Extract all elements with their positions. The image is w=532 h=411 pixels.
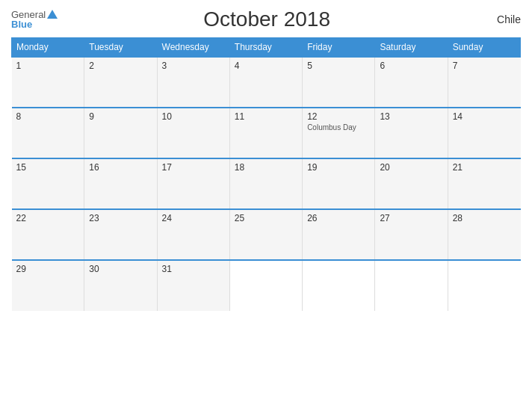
calendar-page: General Blue October 2018 Chile Monday T… (0, 0, 532, 411)
calendar-cell: 8 (12, 108, 84, 158)
calendar-cell: 3 (157, 57, 229, 108)
calendar-cell: 6 (375, 57, 448, 108)
logo: General Blue (11, 10, 58, 29)
logo-blue-text: Blue (11, 19, 58, 29)
day-number: 31 (162, 264, 225, 274)
calendar-cell: 4 (229, 57, 302, 108)
calendar-week-row: 1234567 (12, 57, 521, 108)
calendar-cell: 15 (12, 158, 84, 209)
calendar-cell: 10 (157, 108, 229, 158)
calendar-title: October 2018 (58, 7, 476, 31)
day-number: 19 (307, 162, 370, 173)
day-number: 13 (380, 111, 442, 122)
country-label: Chile (476, 13, 521, 25)
day-number: 21 (453, 162, 516, 173)
calendar-cell: 2 (84, 57, 157, 108)
header-saturday: Saturday (375, 38, 448, 58)
calendar-cell: 9 (84, 108, 157, 158)
calendar-cell: 1 (12, 57, 84, 108)
calendar-cell (303, 260, 375, 311)
day-number: 5 (307, 61, 370, 71)
day-number: 3 (162, 61, 225, 71)
calendar-header: General Blue October 2018 Chile (11, 7, 521, 31)
header-thursday: Thursday (229, 38, 302, 58)
day-number: 7 (453, 61, 516, 71)
calendar-week-row: 89101112Columbus Day1314 (12, 108, 521, 158)
day-number: 28 (453, 213, 516, 223)
calendar-cell: 28 (448, 209, 520, 260)
calendar-cell: 29 (12, 260, 84, 311)
weekday-header-row: Monday Tuesday Wednesday Thursday Friday… (12, 38, 521, 58)
day-number: 2 (89, 61, 152, 71)
calendar-cell: 17 (157, 158, 229, 209)
calendar-cell: 19 (303, 158, 375, 209)
calendar-week-row: 22232425262728 (12, 209, 521, 260)
day-number: 1 (16, 61, 80, 71)
day-number: 26 (307, 213, 370, 223)
header-monday: Monday (12, 38, 84, 58)
day-number: 22 (16, 213, 80, 223)
day-number: 8 (16, 111, 80, 122)
day-number: 11 (235, 111, 297, 122)
calendar-cell: 24 (157, 209, 229, 260)
calendar-cell: 18 (229, 158, 302, 209)
calendar-cell: 27 (375, 209, 448, 260)
calendar-week-row: 15161718192021 (12, 158, 521, 209)
day-number: 12 (307, 111, 370, 122)
day-number: 10 (162, 111, 225, 122)
header-sunday: Sunday (448, 38, 520, 58)
day-number: 24 (162, 213, 225, 223)
day-number: 16 (89, 162, 152, 173)
day-number: 25 (235, 213, 297, 223)
calendar-cell: 5 (303, 57, 375, 108)
calendar-cell (229, 260, 302, 311)
day-number: 9 (89, 111, 152, 122)
calendar-table: Monday Tuesday Wednesday Thursday Friday… (11, 37, 521, 311)
calendar-week-row: 293031 (12, 260, 521, 311)
calendar-cell: 26 (303, 209, 375, 260)
calendar-cell: 22 (12, 209, 84, 260)
calendar-cell: 20 (375, 158, 448, 209)
day-number: 27 (380, 213, 442, 223)
day-number: 4 (235, 61, 297, 71)
day-number: 6 (380, 61, 442, 71)
calendar-cell (375, 260, 448, 311)
day-number: 18 (235, 162, 297, 173)
calendar-cell: 25 (229, 209, 302, 260)
day-number: 15 (16, 162, 80, 173)
holiday-name: Columbus Day (307, 123, 370, 132)
day-number: 14 (453, 111, 516, 122)
calendar-cell: 23 (84, 209, 157, 260)
header-friday: Friday (303, 38, 375, 58)
header-tuesday: Tuesday (84, 38, 157, 58)
calendar-cell: 11 (229, 108, 302, 158)
calendar-cell: 30 (84, 260, 157, 311)
calendar-cell: 7 (448, 57, 520, 108)
calendar-cell: 12Columbus Day (303, 108, 375, 158)
calendar-cell: 13 (375, 108, 448, 158)
day-number: 30 (89, 264, 152, 274)
day-number: 20 (380, 162, 442, 173)
calendar-cell: 16 (84, 158, 157, 209)
logo-triangle-icon (47, 10, 58, 19)
day-number: 23 (89, 213, 152, 223)
calendar-cell (448, 260, 520, 311)
day-number: 17 (162, 162, 225, 173)
day-number: 29 (16, 264, 80, 274)
header-wednesday: Wednesday (157, 38, 229, 58)
calendar-cell: 21 (448, 158, 520, 209)
calendar-cell: 31 (157, 260, 229, 311)
calendar-cell: 14 (448, 108, 520, 158)
